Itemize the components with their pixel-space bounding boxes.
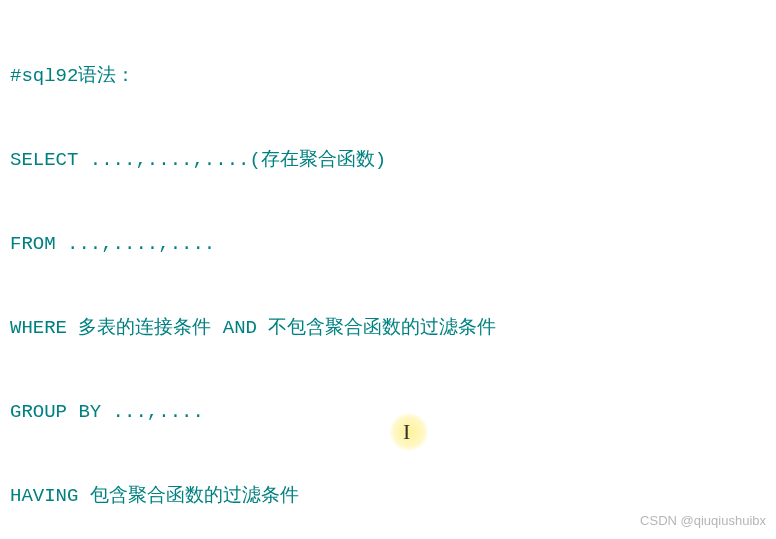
sql92-line-select: SELECT ....,....,....(存在聚合函数) [10, 146, 766, 174]
sql92-line-where: WHERE 多表的连接条件 AND 不包含聚合函数的过滤条件 [10, 314, 766, 342]
sql92-line-having: HAVING 包含聚合函数的过滤条件 [10, 482, 766, 510]
code-editor[interactable]: #sql92语法： SELECT ....,....,....(存在聚合函数) … [10, 6, 766, 539]
sql92-header: #sql92语法： [10, 62, 766, 90]
sql92-line-from: FROM ...,....,.... [10, 230, 766, 258]
sql92-line-groupby: GROUP BY ...,.... [10, 398, 766, 426]
